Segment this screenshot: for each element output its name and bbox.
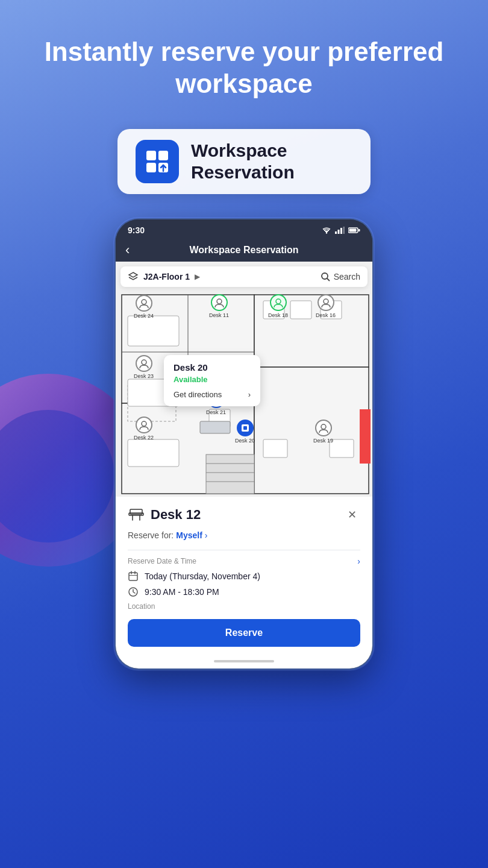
phone-mockup: 9:30 <box>114 218 374 670</box>
time-label: 9:30 AM - 18:30 PM <box>145 587 219 597</box>
status-bar: 9:30 <box>116 219 372 239</box>
divider-1 <box>128 550 360 550</box>
date-time-label-row: Reserve Date & Time › <box>128 556 360 566</box>
home-indicator <box>116 654 372 668</box>
desk-24-node[interactable]: Desk 24 <box>134 295 154 319</box>
desk-19-label: Desk 19 <box>313 438 333 444</box>
svg-rect-30 <box>263 439 287 458</box>
signal-icon <box>335 227 345 234</box>
desk-18-circle <box>270 294 287 311</box>
svg-rect-11 <box>358 229 360 231</box>
desk-22-node[interactable]: Desk 22 <box>134 417 154 441</box>
svg-point-46 <box>321 424 326 429</box>
svg-point-41 <box>276 299 281 304</box>
back-button[interactable]: ‹ <box>125 242 130 258</box>
bottom-panel: Desk 12 ✕ Reserve for: Myself › Reserve … <box>116 497 372 654</box>
tooltip-desk-name: Desk 20 <box>174 362 251 373</box>
top-nav: ‹ Workspace Reservation <box>116 239 372 262</box>
svg-point-38 <box>142 360 146 365</box>
search-section[interactable]: Search <box>321 272 360 281</box>
desk-16-label: Desk 16 <box>316 312 336 318</box>
desk-20-node[interactable]: Desk 20 <box>235 420 255 444</box>
svg-rect-6 <box>338 230 340 234</box>
reserve-for-label: Reserve for: <box>128 530 174 540</box>
reserve-button[interactable]: Reserve <box>128 619 360 647</box>
svg-rect-45 <box>243 426 247 430</box>
desk-21-label: Desk 21 <box>206 409 226 415</box>
desk-20-label: Desk 20 <box>235 438 255 444</box>
desk-23-circle <box>136 355 152 372</box>
tooltip-directions-label: Get directions <box>174 390 222 399</box>
desk-header: Desk 12 ✕ <box>128 506 360 523</box>
desk-tooltip: Desk 20 Available Get directions › <box>164 355 260 406</box>
desk-24-label: Desk 24 <box>134 313 154 319</box>
svg-rect-2 <box>146 163 156 172</box>
workspace-reservation-icon <box>144 148 170 175</box>
search-icon <box>321 272 330 281</box>
svg-point-37 <box>142 300 146 304</box>
svg-point-40 <box>217 299 222 304</box>
floor-arrow-icon: ▶ <box>195 272 200 281</box>
svg-rect-5 <box>335 231 337 234</box>
svg-rect-17 <box>254 367 369 494</box>
desk-18-node[interactable]: Desk 18 <box>268 294 288 318</box>
battery-icon <box>348 227 360 234</box>
svg-rect-51 <box>129 573 137 580</box>
svg-rect-0 <box>146 151 156 160</box>
wifi-icon <box>322 227 331 234</box>
date-time-section: Reserve Date & Time › Today (Thursday, N… <box>128 556 360 597</box>
floor-layer-icon <box>128 271 139 282</box>
svg-rect-25 <box>128 439 179 467</box>
svg-point-39 <box>142 421 146 426</box>
desk-22-label: Desk 22 <box>134 435 154 441</box>
nav-title: Workspace Reservation <box>189 245 298 256</box>
app-icon <box>136 140 179 183</box>
svg-rect-8 <box>343 227 345 234</box>
svg-rect-26 <box>290 301 311 319</box>
tooltip-directions-arrow: › <box>248 390 251 399</box>
desk-19-node[interactable]: Desk 19 <box>313 420 333 444</box>
reserve-for-name[interactable]: Myself <box>176 530 202 540</box>
date-label: Today (Thursday, November 4) <box>145 571 260 581</box>
home-bar <box>214 660 274 662</box>
status-icons <box>322 227 360 234</box>
desk-11-node[interactable]: Desk 11 <box>209 294 229 318</box>
desk-11-label: Desk 11 <box>209 312 229 318</box>
date-time-arrow[interactable]: › <box>357 556 360 566</box>
desk-title: Desk 12 <box>151 507 201 523</box>
desk-20-circle <box>237 420 254 436</box>
calendar-icon <box>128 571 139 582</box>
status-time: 9:30 <box>128 225 145 235</box>
time-row: 9:30 AM - 18:30 PM <box>128 587 360 597</box>
svg-rect-7 <box>340 228 342 234</box>
svg-rect-18 <box>360 409 371 464</box>
svg-rect-36 <box>200 421 230 433</box>
desk-11-circle <box>211 294 228 311</box>
close-button[interactable]: ✕ <box>343 506 360 523</box>
date-time-section-label: Reserve Date & Time <box>128 557 196 565</box>
desk-23-node[interactable]: Desk 23 <box>134 355 154 379</box>
desk-icon <box>128 508 145 521</box>
phone-body: 9:30 <box>114 218 374 670</box>
desk-24-circle <box>136 295 152 312</box>
reserve-for-arrow: › <box>205 530 208 540</box>
location-label: Location <box>128 602 360 611</box>
floor-name[interactable]: J2A-Floor 1 <box>143 272 190 281</box>
floor-left: J2A-Floor 1 ▶ <box>128 271 200 282</box>
desk-title-row: Desk 12 <box>128 507 201 523</box>
desk-16-node[interactable]: Desk 16 <box>316 294 336 318</box>
app-card: Workspace Reservation <box>117 129 371 194</box>
svg-rect-23 <box>128 316 179 346</box>
svg-rect-48 <box>130 509 142 514</box>
svg-point-4 <box>326 232 327 233</box>
desk-22-circle <box>136 417 152 433</box>
reserve-for-row: Reserve for: Myself › <box>128 530 360 540</box>
tooltip-directions-button[interactable]: Get directions › <box>174 390 251 399</box>
desk-19-circle <box>315 420 332 436</box>
desk-23-label: Desk 23 <box>134 373 154 379</box>
desk-18-label: Desk 18 <box>268 312 288 318</box>
date-row: Today (Thursday, November 4) <box>128 571 360 582</box>
hero-title: Instantly reserve your preferred workspa… <box>0 36 488 100</box>
tooltip-status: Available <box>174 375 251 384</box>
svg-rect-1 <box>158 151 168 160</box>
